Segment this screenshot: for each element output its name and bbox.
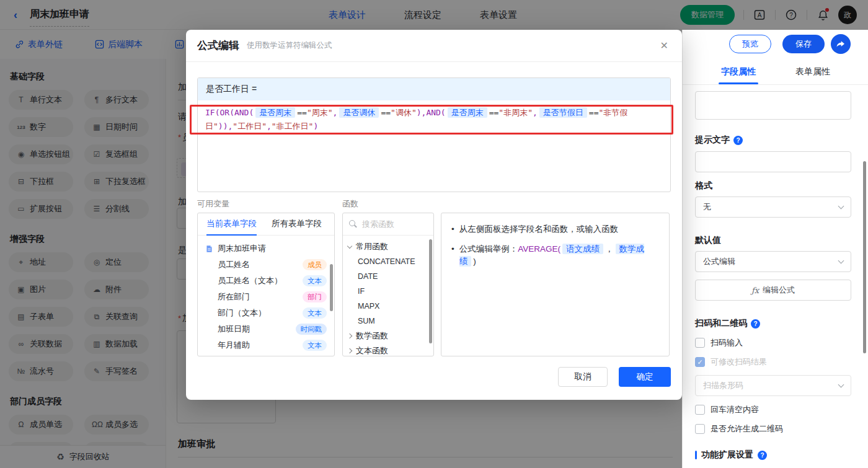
function-group-文本函数[interactable]: 文本函数 [343,343,433,356]
format-label: 格式 [695,180,856,192]
field-type-badge: 部门 [303,291,327,302]
save-button[interactable]: 保存 [782,35,825,53]
formula-token-variable[interactable]: 是否周末 [255,107,295,118]
variables-scrollbar[interactable] [330,264,333,311]
function-item-SUM[interactable]: SUM [343,314,433,329]
share-arrow-icon [836,39,846,49]
function-group-label: 常用函数 [356,241,388,252]
function-group-数学函数[interactable]: 数学函数 [343,329,433,343]
variables-tab-当前表单字段[interactable]: 当前表单字段 [206,213,257,236]
formula-token-variable[interactable]: 语文成绩 [562,244,603,254]
function-group-label: 文本函数 [356,345,388,356]
format-select[interactable]: 无 [695,196,851,218]
formula-token-string: "周末" [307,108,333,117]
form-doc-icon [205,245,213,253]
question-icon[interactable]: ? [751,319,760,329]
description-input[interactable] [695,91,851,120]
checkbox-icon[interactable] [695,424,705,434]
functions-panel: 搜索函数 常用函数CONCATENATEDATEIFMAPXSUM数学函数文本函… [342,213,434,356]
caret-right-icon [347,348,352,353]
variable-row-所在部门[interactable]: 所在部门部门 [198,289,334,305]
checkbox-扫码输入[interactable]: 扫码输入 [695,337,856,348]
formula-token-keyword: ) [313,121,318,131]
function-item-MAPX[interactable]: MAPX [343,299,433,314]
checkbox-是否允许生成二维码[interactable]: 是否允许生成二维码 [695,423,856,435]
help-line-2: • 公式编辑举例：AVERAGE(语文成绩，数学成绩) [451,243,659,268]
variable-row-年月辅助[interactable]: 年月辅助文本 [198,337,334,353]
chevron-down-icon [838,203,844,209]
question-icon[interactable]: ? [758,451,767,460]
search-placeholder: 搜索函数 [362,219,394,230]
variables-tab-所有表单字段[interactable]: 所有表单字段 [272,213,322,236]
drawer-header: 预览 保存 [683,30,868,59]
formula-result-field: 是否工作日 = [198,78,670,100]
fx-icon: ƒx [751,286,759,295]
formula-token-keyword: )), [218,121,232,131]
checkbox-label: 回车清空内容 [711,404,759,415]
hint-label: 提示文字 ? [695,135,856,146]
edit-formula-button[interactable]: ƒx 编辑公式 [695,280,851,301]
modal-subtitle: 使用数学运算符编辑公式 [247,40,332,51]
formula-token-string: "非工作日" [272,121,314,131]
variable-name: 员工姓名 [218,259,250,270]
variables-label: 可用变量 [197,198,229,210]
modal-title: 公式编辑 [197,38,239,53]
function-item-CONCATENATE[interactable]: CONCATENATE [343,254,433,269]
select-value: 扫描条形码 [703,380,743,391]
checkbox-icon[interactable] [695,405,705,415]
variable-row-员工姓名（文本）[interactable]: 员工姓名（文本）文本 [198,273,334,289]
checkbox-label: 可修改扫码结果 [711,356,767,368]
formula-token-string: "工作日" [232,121,267,131]
formula-expression[interactable]: IF(OR(AND(是否周末=="周末",是否调休=="调休"),AND(是否周… [198,100,670,139]
checkbox-label: 是否允许生成二维码 [711,423,783,435]
formula-token-operator: == [589,108,599,117]
tree-root-form[interactable]: 周末加班申请 [198,241,334,257]
preview-button[interactable]: 预览 [729,35,771,53]
formula-token-text: ， [605,244,614,254]
chevron-down-icon [838,381,844,387]
function-search-input[interactable]: 搜索函数 [343,213,433,236]
checkbox-checked-icon[interactable]: ✓ [695,357,705,367]
formula-help-panel: • 从左侧面板选择字段名和函数，或输入函数 • 公式编辑举例：AVERAGE(语… [441,213,670,356]
modal-header: 公式编辑 使用数学运算符编辑公式 ✕ [186,30,682,62]
variables-tabs: 当前表单字段所有表单字段 [198,213,334,236]
drawer-scrollbar[interactable] [863,161,866,353]
question-icon[interactable]: ? [733,136,743,145]
checkbox-label: 扫码输入 [711,337,743,348]
formula-token-operator: == [297,108,307,117]
hint-input[interactable] [695,151,851,172]
variable-row-员工姓名[interactable]: 员工姓名成员 [198,257,334,273]
variable-row-部门（文本）[interactable]: 部门（文本）文本 [198,305,334,321]
properties-tabs: 字段属性表单属性 [683,59,868,85]
functions-scrollbar[interactable] [429,239,432,343]
formula-token-keyword: , [267,121,272,131]
confirm-button[interactable]: 确定 [619,367,671,387]
default-value-select[interactable]: 公式编辑 [695,251,851,272]
formula-editor-area[interactable]: 是否工作日 = IF(OR(AND(是否周末=="周末",是否调休=="调休")… [197,77,671,192]
chevron-down-icon [838,257,844,263]
checkbox-回车清空内容[interactable]: 回车清空内容 [695,404,856,415]
cancel-button[interactable]: 取消 [558,367,608,387]
tab-表单属性[interactable]: 表单属性 [782,59,844,84]
formula-token-variable[interactable]: 是否调休 [339,107,379,118]
checkbox-可修改扫码结果[interactable]: ✓可修改扫码结果 [695,356,856,368]
help-line-1: • 从左侧面板选择字段名和函数，或输入函数 [451,223,659,236]
function-group-常用函数[interactable]: 常用函数 [343,239,433,254]
functions-label: 函数 [342,198,358,210]
variable-name: 所在部门 [218,291,250,302]
tab-字段属性[interactable]: 字段属性 [707,59,769,84]
formula-token-variable[interactable]: 是否周末 [448,107,487,118]
field-type-badge: 文本 [303,275,327,286]
checkbox-icon[interactable] [695,338,705,348]
close-icon[interactable]: ✕ [660,40,668,51]
scan-section-label: 扫码和二维码 ? [695,318,856,329]
formula-token-variable[interactable]: 是否节假日 [539,107,587,118]
function-item-IF[interactable]: IF [343,284,433,299]
function-item-DATE[interactable]: DATE [343,269,433,284]
formula-token-keyword: ),AND( [417,108,446,117]
formula-token-keyword: , [333,108,338,117]
formula-token-text: ) [473,257,476,266]
share-button[interactable] [831,34,851,54]
variable-row-加班日期[interactable]: 加班日期时间戳 [198,321,334,337]
variable-name: 员工姓名（文本） [218,275,282,286]
